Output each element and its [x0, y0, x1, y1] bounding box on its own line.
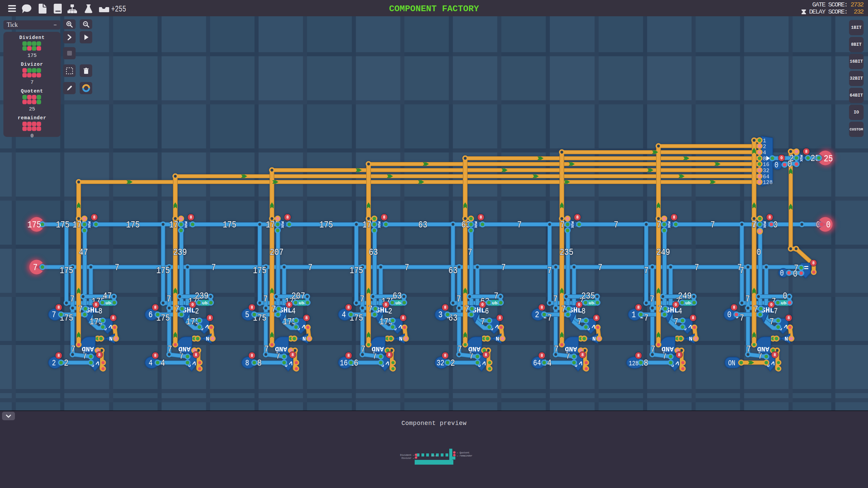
- svg-text:8: 8: [209, 316, 211, 321]
- svg-text:2: 2: [535, 310, 539, 320]
- svg-text:4: 4: [678, 307, 682, 316]
- svg-text:MUX: MUX: [799, 155, 803, 162]
- svg-text:AND: AND: [275, 345, 287, 353]
- svg-text:8: 8: [805, 149, 807, 154]
- svg-text:235: 235: [560, 247, 574, 258]
- svg-text:7: 7: [650, 294, 654, 304]
- svg-text:ON: ON: [728, 359, 735, 368]
- svg-text:7: 7: [651, 344, 655, 354]
- svg-text:7: 7: [501, 262, 506, 273]
- svg-text:7: 7: [264, 344, 269, 354]
- svg-text:7: 7: [361, 344, 366, 354]
- svg-text:7: 7: [644, 265, 649, 276]
- svg-text:8: 8: [98, 307, 102, 316]
- svg-text:7: 7: [175, 304, 180, 314]
- svg-text:7: 7: [598, 262, 603, 273]
- svg-text:8: 8: [678, 353, 680, 358]
- svg-text:4: 4: [149, 359, 153, 368]
- svg-text:7: 7: [167, 344, 172, 354]
- svg-text:Divizor —: Divizor —: [401, 457, 415, 460]
- svg-text:2: 2: [195, 307, 199, 316]
- svg-text:0: 0: [191, 303, 194, 307]
- svg-text:32: 32: [436, 359, 444, 368]
- svg-text:8: 8: [195, 353, 197, 358]
- svg-text:0: 0: [788, 159, 792, 169]
- svg-text:7: 7: [70, 294, 75, 304]
- svg-text:AND: AND: [468, 345, 480, 353]
- svg-text:8: 8: [637, 305, 639, 310]
- svg-text:7: 7: [547, 265, 552, 276]
- svg-text:MUX: MUX: [763, 221, 767, 228]
- svg-text:div8: div8: [432, 454, 437, 457]
- svg-text:239: 239: [173, 247, 187, 258]
- svg-text:8: 8: [479, 215, 482, 220]
- svg-text:8: 8: [787, 316, 790, 321]
- svg-text:6: 6: [149, 310, 153, 320]
- svg-text:3: 3: [438, 310, 443, 320]
- svg-text:7: 7: [263, 294, 268, 304]
- svg-text:7: 7: [746, 344, 751, 354]
- svg-text:8: 8: [402, 316, 404, 321]
- svg-text:— remainder: — remainder: [456, 454, 472, 457]
- svg-text:— Quotent: — Quotent: [456, 451, 470, 454]
- svg-text:7: 7: [368, 304, 373, 314]
- svg-text:8: 8: [485, 353, 487, 358]
- svg-text:16: 16: [763, 162, 769, 168]
- svg-text:8: 8: [347, 353, 350, 358]
- svg-text:8: 8: [733, 305, 735, 310]
- svg-text:8: 8: [773, 353, 776, 358]
- svg-text:1: 1: [763, 138, 766, 144]
- svg-text:8: 8: [540, 353, 543, 358]
- svg-text:7: 7: [745, 294, 750, 304]
- svg-text:25: 25: [824, 154, 833, 164]
- svg-text:7: 7: [456, 294, 461, 304]
- svg-text:8: 8: [540, 305, 543, 310]
- svg-text:0: 0: [774, 161, 778, 170]
- svg-text:7: 7: [52, 310, 56, 320]
- svg-text:0: 0: [727, 310, 732, 320]
- svg-text:7: 7: [737, 262, 742, 273]
- svg-text:N: N: [689, 336, 692, 342]
- svg-text:0: 0: [826, 220, 831, 230]
- svg-text:8: 8: [673, 215, 675, 220]
- svg-text:8: 8: [154, 353, 156, 358]
- svg-text:7: 7: [554, 344, 559, 354]
- svg-text:175: 175: [223, 220, 237, 230]
- svg-text:7: 7: [547, 313, 552, 323]
- svg-text:8: 8: [245, 359, 249, 368]
- svg-text:2: 2: [388, 307, 392, 316]
- svg-text:7: 7: [468, 247, 472, 258]
- svg-text:8: 8: [388, 353, 390, 358]
- svg-text:175: 175: [350, 265, 363, 276]
- svg-text:AND: AND: [757, 345, 769, 353]
- svg-text:7: 7: [33, 262, 38, 273]
- svg-text:AND: AND: [662, 345, 674, 353]
- svg-text:0: 0: [288, 303, 290, 307]
- svg-text:8: 8: [768, 215, 771, 220]
- svg-text:7: 7: [658, 304, 663, 314]
- svg-text:6: 6: [485, 307, 489, 316]
- svg-text:207: 207: [270, 247, 284, 258]
- svg-text:8: 8: [576, 215, 578, 220]
- svg-text:8: 8: [57, 353, 60, 358]
- svg-text:Divident —: Divident —: [400, 454, 415, 456]
- svg-text:8: 8: [692, 316, 694, 321]
- svg-text:7: 7: [774, 307, 778, 316]
- svg-text:7: 7: [739, 313, 744, 323]
- svg-text:N: N: [109, 336, 113, 342]
- svg-text:8: 8: [763, 156, 766, 162]
- svg-text:5: 5: [245, 310, 250, 320]
- svg-text:MUX: MUX: [280, 221, 284, 228]
- svg-text:MUX: MUX: [474, 221, 478, 228]
- svg-text:7: 7: [480, 317, 485, 327]
- svg-text:8: 8: [444, 305, 446, 310]
- svg-text:N: N: [302, 336, 306, 342]
- svg-text:8: 8: [291, 353, 294, 358]
- svg-text:8: 8: [286, 215, 289, 220]
- svg-text:8: 8: [347, 305, 350, 310]
- svg-text:7: 7: [405, 262, 409, 273]
- svg-text:8: 8: [305, 316, 308, 321]
- svg-text:175: 175: [60, 265, 74, 276]
- svg-text:0: 0: [481, 303, 484, 307]
- svg-text:8: 8: [251, 353, 253, 358]
